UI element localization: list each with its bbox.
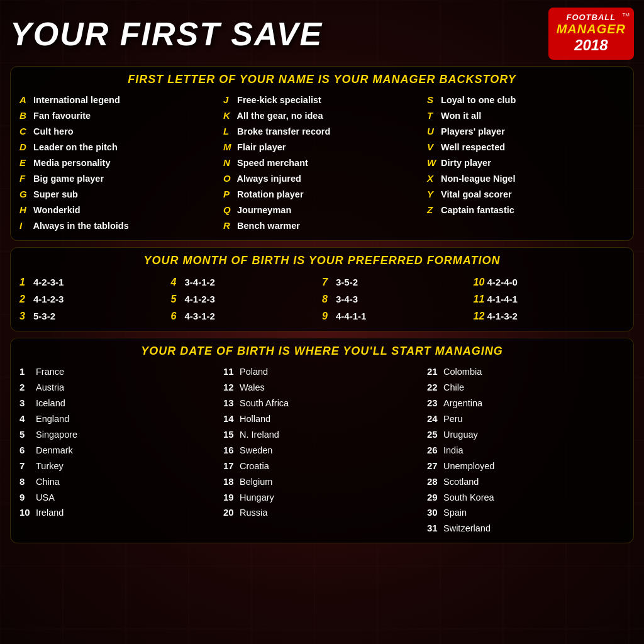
backstory-letter: Z (427, 203, 438, 218)
formation-number: 12 (474, 308, 487, 325)
location-number: 2 (19, 380, 36, 396)
backstory-item: A International legend (19, 92, 217, 108)
location-item: 17Croatia (223, 458, 421, 474)
location-number: 26 (427, 443, 443, 458)
formation-number: 10 (474, 274, 487, 291)
backstory-item: I Always in the tabloids (19, 218, 217, 234)
backstory-item: M Flair player (223, 140, 421, 155)
location-number: 25 (427, 427, 443, 443)
formation-value: 4-2-3-1 (33, 274, 64, 291)
backstory-letter: K (223, 108, 235, 124)
location-number: 22 (427, 380, 443, 396)
backstory-letter: Y (427, 187, 438, 203)
location-country: England (36, 412, 69, 427)
backstory-desc: Rotation player (235, 187, 304, 203)
logo: FOOTBALL MANAGER 2018 TM (548, 8, 634, 60)
formation-item: 24-1-2-3 (19, 291, 171, 308)
formation-title: YOUR MONTH OF BIRTH IS YOUR PREFERRED FO… (19, 254, 625, 267)
backstory-section: FIRST LETTER OF YOUR NAME IS YOUR MANAGE… (10, 66, 634, 240)
backstory-item: L Broke transfer record (223, 124, 421, 140)
location-item: 19Hungary (223, 490, 421, 506)
location-country: South Korea (443, 491, 494, 506)
location-number: 23 (427, 396, 443, 411)
location-number: 17 (223, 458, 240, 474)
backstory-item: Y Vital goal scorer (427, 187, 625, 203)
formation-number: 1 (19, 274, 33, 291)
backstory-item: F Big game player (19, 171, 217, 187)
backstory-item: Z Captain fantastic (427, 203, 625, 218)
formation-item: 35-3-2 (19, 308, 171, 325)
location-number: 31 (427, 521, 443, 536)
location-item: 13South Africa (223, 396, 421, 411)
location-number: 28 (427, 474, 443, 490)
location-country: Spain (443, 506, 467, 521)
location-country: Denmark (36, 443, 73, 458)
location-number: 24 (427, 411, 443, 427)
location-country: Switzerland (443, 521, 491, 536)
logo-box: FOOTBALL MANAGER 2018 TM (548, 8, 634, 60)
logo-football: FOOTBALL (557, 13, 626, 22)
location-item: 20Russia (223, 505, 421, 521)
location-item: 9USA (19, 490, 217, 506)
location-country: Singapore (36, 428, 77, 443)
location-country: Russia (240, 506, 267, 521)
backstory-letter: M (223, 140, 235, 155)
location-item: 5Singapore (19, 427, 217, 443)
formation-item: 94-4-1-1 (322, 308, 474, 325)
location-country: Croatia (240, 459, 269, 474)
location-country: Colombia (443, 365, 482, 380)
backstory-letter: G (19, 187, 31, 203)
location-item: 1France (19, 364, 217, 380)
formation-number: 8 (322, 291, 336, 308)
backstory-desc: International legend (31, 93, 120, 108)
location-number: 3 (19, 396, 36, 411)
backstory-letter: D (19, 140, 31, 155)
location-number: 9 (19, 490, 36, 506)
formation-number: 11 (474, 291, 487, 308)
backstory-item: V Well respected (427, 140, 625, 155)
location-item: 12Wales (223, 380, 421, 396)
backstory-letter: B (19, 108, 31, 124)
backstory-desc: Bench warmer (235, 219, 300, 234)
formation-number: 7 (322, 274, 336, 291)
location-item: 31Switzerland (427, 521, 625, 536)
location-number: 13 (223, 396, 240, 411)
backstory-item: D Leader on the pitch (19, 140, 217, 155)
backstory-item: O Always injured (223, 171, 421, 187)
location-item: 24Peru (427, 411, 625, 427)
backstory-letter: L (223, 124, 235, 140)
backstory-desc: Dirty player (438, 156, 491, 171)
backstory-item: S Loyal to one club (427, 92, 625, 108)
location-section: YOUR DATE OF BIRTH IS WHERE YOU'LL START… (10, 338, 634, 543)
backstory-item: K All the gear, no idea (223, 108, 421, 124)
backstory-item: R Bench warmer (223, 218, 421, 234)
location-number: 19 (223, 490, 240, 506)
location-number: 1 (19, 364, 36, 380)
location-item: 28Scotland (427, 474, 625, 490)
formation-item: 64-3-1-2 (171, 308, 323, 325)
formation-number: 3 (19, 308, 33, 325)
backstory-item: G Super sub (19, 187, 217, 203)
location-country: Uruguay (443, 428, 478, 443)
location-item: 16Sweden (223, 443, 421, 458)
backstory-letter: H (19, 203, 31, 218)
location-number: 12 (223, 380, 240, 396)
location-item: 11Poland (223, 364, 421, 380)
location-item: 21Colombia (427, 364, 625, 380)
location-item: 26India (427, 443, 625, 458)
backstory-desc: Leader on the pitch (31, 140, 118, 155)
backstory-desc: Flair player (235, 140, 286, 155)
main-title: YOUR FIRST SAVE (10, 15, 323, 53)
backstory-desc: Speed merchant (235, 156, 308, 171)
backstory-desc: All the gear, no idea (235, 109, 323, 124)
formation-value: 4-1-4-1 (487, 291, 518, 308)
formation-value: 4-4-1-1 (336, 308, 366, 325)
location-number: 8 (19, 474, 36, 490)
formation-item: 73-5-2 (322, 274, 474, 291)
formation-value: 3-4-1-2 (185, 274, 215, 291)
location-country: USA (36, 491, 55, 506)
backstory-item: E Media personality (19, 155, 217, 171)
location-number: 5 (19, 427, 36, 443)
header: YOUR FIRST SAVE FOOTBALL MANAGER 2018 TM (10, 8, 634, 60)
location-number: 7 (19, 458, 36, 474)
